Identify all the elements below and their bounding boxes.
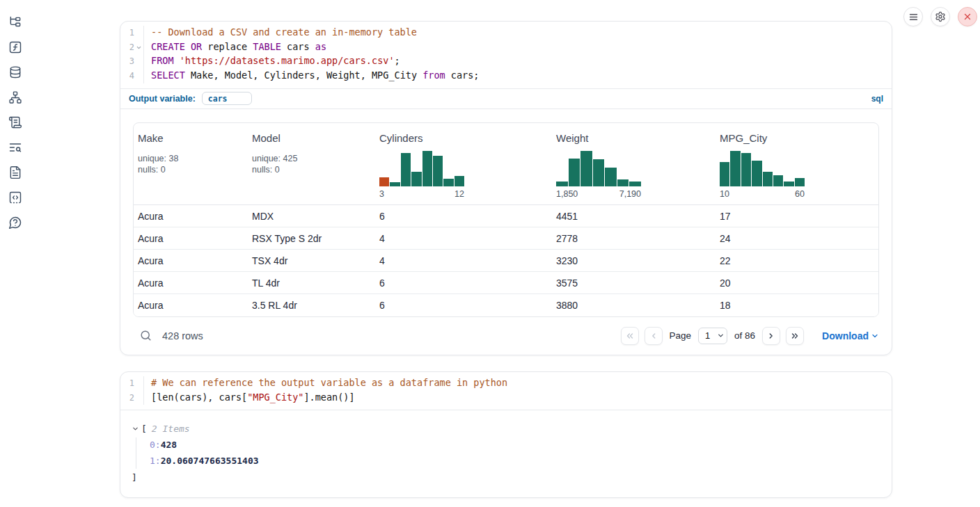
fold-gutter [134, 26, 144, 40]
table-cell: RSX Type S 2dr [248, 227, 375, 250]
column-header-mpg_city[interactable]: MPG_City1060 [716, 123, 878, 205]
tree-entry: 1: 20.060747663551403 [150, 453, 880, 469]
histogram-bar [379, 177, 389, 186]
histogram-bar [629, 182, 641, 186]
code-line: 1# We can reference the output variable … [120, 376, 892, 391]
table-row[interactable]: Acura3.5 RL 4dr6388018 [134, 294, 878, 316]
histogram-bar [752, 161, 761, 186]
first-page-button[interactable] [621, 327, 639, 345]
table-row[interactable]: AcuraTSX 4dr4323022 [134, 250, 878, 272]
table-cell: Acura [134, 205, 248, 227]
table-row[interactable]: AcuraTL 4dr6357520 [134, 272, 878, 294]
page-total-label: of 86 [734, 330, 755, 341]
column-header-make[interactable]: Makeunique: 38nulls: 0 [134, 123, 248, 205]
tree-close-bracket: ] [132, 470, 137, 485]
python-editor[interactable]: 1# We can reference the output variable … [120, 372, 892, 410]
tree-entry-value: 20.060747663551403 [161, 453, 259, 469]
table-cell: 17 [716, 205, 878, 227]
table-cell: Acura [134, 227, 248, 250]
column-name: Make [138, 132, 244, 144]
close-icon[interactable] [958, 7, 977, 26]
column-stats: unique: 425nulls: 0 [252, 153, 371, 176]
help-icon[interactable] [8, 216, 22, 230]
table-cell: MDX [248, 205, 375, 227]
histogram-bar [411, 172, 421, 186]
code-text: [len(cars), cars["MPG_City"].mean()] [144, 391, 355, 405]
histogram-bar [390, 182, 400, 186]
tree-entry: 0: 428 [150, 437, 880, 453]
data-table-panel: Makeunique: 38nulls: 0Modelunique: 425nu… [133, 122, 879, 317]
code-line: 4SELECT Make, Model, Cylinders, Weight, … [120, 69, 892, 83]
line-number: 4 [120, 69, 134, 83]
menu-icon[interactable] [903, 7, 923, 26]
table-cell: Acura [134, 294, 248, 316]
sql-cell-footer: Output variable: sql [120, 88, 892, 109]
table-cell: 3575 [552, 272, 716, 294]
previous-page-button[interactable] [645, 327, 663, 345]
language-badge: sql [871, 94, 883, 104]
histogram-bar [580, 151, 592, 186]
tree-open-bracket: [ [141, 421, 147, 436]
code-line: 1-- Download a CSV and create an in-memo… [120, 26, 892, 40]
histogram-axis-labels: 312 [379, 189, 464, 199]
tree-collapse-icon[interactable] [132, 425, 141, 433]
tree-entry-key: 0: [150, 437, 161, 453]
column-header-model[interactable]: Modelunique: 425nulls: 0 [248, 123, 375, 205]
column-histogram: 1,8507,190 [556, 150, 641, 199]
table-cell: 18 [716, 294, 878, 316]
table-cell: 6 [375, 294, 552, 316]
histogram-bar [556, 182, 568, 186]
histogram-axis-labels: 1,8507,190 [556, 189, 641, 199]
logs-search-icon[interactable] [8, 140, 22, 154]
code-text: CREATE OR replace TABLE cars as [144, 40, 326, 55]
table-cell: 24 [716, 227, 878, 250]
fold-chevron-icon[interactable] [134, 40, 144, 55]
fold-gutter [134, 391, 144, 405]
histogram-bar [730, 151, 740, 186]
function-icon[interactable] [8, 40, 22, 54]
column-name: Cylinders [379, 132, 548, 144]
next-page-button[interactable] [762, 327, 780, 345]
line-number: 3 [120, 54, 134, 69]
histogram-bar [569, 159, 580, 186]
column-header-weight[interactable]: Weight1,8507,190 [552, 123, 716, 205]
line-number: 1 [120, 376, 134, 391]
gear-icon[interactable] [931, 7, 950, 26]
column-header-cylinders[interactable]: Cylinders312 [375, 123, 552, 205]
file-tree-icon[interactable] [8, 15, 22, 29]
download-button[interactable]: Download [822, 330, 879, 341]
data-table: Makeunique: 38nulls: 0Modelunique: 425nu… [134, 123, 878, 316]
page-select[interactable]: 1 [698, 328, 727, 344]
sql-editor[interactable]: 1-- Download a CSV and create an in-memo… [120, 22, 892, 88]
histogram-bar [455, 176, 464, 186]
last-page-button[interactable] [786, 327, 804, 345]
histogram-bar [773, 175, 783, 186]
snippets-icon[interactable] [8, 191, 22, 204]
document-icon[interactable] [8, 166, 22, 179]
histogram-bar [741, 153, 751, 186]
histogram-bar [433, 156, 443, 186]
output-variable-input[interactable] [202, 92, 252, 105]
code-text: # We can reference the output variable a… [144, 376, 507, 391]
code-line: 2[len(cars), cars["MPG_City"].mean()] [120, 391, 892, 405]
table-cell: 22 [716, 250, 878, 272]
output-variable-label: Output variable: [129, 94, 196, 104]
line-number: 1 [120, 26, 134, 40]
table-cell: 3.5 RL 4dr [248, 294, 375, 316]
search-icon[interactable] [139, 329, 152, 342]
dependency-graph-icon[interactable] [8, 90, 22, 104]
table-cell: 3230 [552, 250, 716, 272]
scratchpad-icon[interactable] [8, 115, 22, 129]
table-cell: TSX 4dr [248, 250, 375, 272]
database-icon[interactable] [8, 65, 22, 79]
code-line: 3FROM 'https://datasets.marimo.app/cars.… [120, 54, 892, 69]
table-cell: Acura [134, 272, 248, 294]
table-row[interactable]: AcuraRSX Type S 2dr4277824 [134, 227, 878, 250]
histogram-bar [605, 168, 617, 186]
table-cell: 4 [375, 227, 552, 250]
table-cell: Acura [134, 250, 248, 272]
column-histogram: 312 [379, 150, 464, 199]
table-row[interactable]: AcuraMDX6445117 [134, 205, 878, 227]
tree-items-count: 2 Items [152, 421, 190, 436]
row-count: 428 rows [162, 330, 203, 341]
